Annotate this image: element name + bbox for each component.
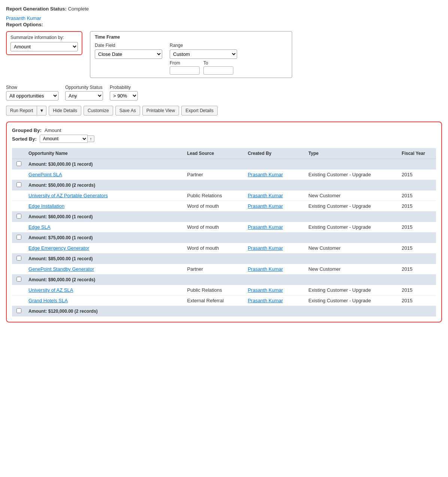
sort-by-select[interactable]: Amount Opportunity Name Close Date [40,135,88,143]
type-cell: New Customer [305,264,399,274]
checkbox-cell[interactable] [12,159,25,170]
from-group: From [170,60,200,75]
run-report-dropdown-button[interactable]: ▼ [37,106,46,116]
export-details-button[interactable]: Export Details [181,106,218,116]
created-by-cell: Prasanth Kumar [245,190,305,201]
probability-select[interactable]: > 90% > 75% > 50% = 100% [110,91,138,100]
row-checkbox[interactable] [16,235,21,240]
row-checkbox[interactable] [16,182,21,187]
row-checkbox[interactable] [16,214,21,219]
opp-name-link[interactable]: Edge Installation [28,203,64,209]
range-label: Range [170,43,237,48]
customize-button[interactable]: Customize [84,106,113,116]
opp-name-link[interactable]: Grand Hotels SLA [28,298,68,303]
created-by-link[interactable]: Prasanth Kumar [248,172,283,177]
checkbox-cell [12,190,25,201]
type-cell: Existing Customer - Upgrade [305,285,399,296]
col-header-fiscal: Fiscal Year [399,148,436,159]
status-label: Opportunity Status [65,85,103,90]
to-group: To [203,60,233,75]
show-select[interactable]: All opportunities Open opportunities Won… [6,91,58,100]
created-by-cell: Prasanth Kumar [245,285,305,296]
lead-source-cell: Word of mouth [184,201,245,212]
checkbox-cell[interactable] [12,306,25,317]
created-by-cell: Prasanth Kumar [245,296,305,306]
run-report-group: Run Report ▼ [6,106,46,116]
range-select[interactable]: Custom All Time This Month This Quarter … [170,50,237,59]
user-link[interactable]: Prasanth Kumar [6,15,442,21]
created-by-link[interactable]: Prasanth Kumar [248,193,283,198]
type-cell: New Customer [305,190,399,201]
timeframe-row: Date Field Close Date Created Date Range… [95,43,287,75]
created-by-link[interactable]: Prasanth Kumar [248,298,283,303]
show-filter: Show All opportunities Open opportunitie… [6,85,58,100]
status-value: Complete [68,6,89,12]
fiscal-year-cell: 2015 [399,264,436,274]
table-row: Edge Emergency Generator Word of mouth P… [12,243,436,254]
col-header-created: Created By [245,148,305,159]
created-by-link[interactable]: Prasanth Kumar [248,224,283,230]
run-report-button[interactable]: Run Report [6,106,37,116]
checkbox-cell[interactable] [12,274,25,285]
created-by-cell: Prasanth Kumar [245,243,305,254]
opp-name-link[interactable]: University of AZ Portable Generators [28,193,108,198]
fiscal-year-cell: 2015 [399,190,436,201]
amount-label: Amount: $50,000.00 (2 records) [25,180,436,191]
created-by-cell: Prasanth Kumar [245,222,305,232]
amount-row: Amount: $75,000.00 (1 record) [12,232,436,243]
status-select[interactable]: Any Open Closed Won Closed Lost [65,91,103,100]
type-cell: Existing Customer - Upgrade [305,296,399,306]
sorted-by-label: Sorted By: [12,136,37,142]
checkbox-cell[interactable] [12,180,25,191]
row-checkbox[interactable] [16,308,21,313]
summarize-select[interactable]: Amount Count Quantity [10,42,78,51]
created-by-link[interactable]: Prasanth Kumar [248,287,283,293]
created-by-link[interactable]: Prasanth Kumar [248,266,283,272]
table-row: Edge Installation Word of mouth Prasanth… [12,201,436,212]
col-header-check [12,148,25,159]
show-label: Show [6,85,58,90]
opp-name-link[interactable]: Edge SLA [28,224,51,230]
opp-name-cell: GenePoint Standby Generator [25,264,184,274]
type-cell: Existing Customer - Upgrade [305,201,399,212]
from-to-row: From To [170,60,237,75]
printable-view-button[interactable]: Printable View [142,106,179,116]
probability-filter: Probability > 90% > 75% > 50% = 100% [110,85,138,100]
opp-name-cell: Edge SLA [25,222,184,232]
col-header-lead: Lead Source [184,148,245,159]
date-field-select[interactable]: Close Date Created Date [95,50,162,59]
created-by-link[interactable]: Prasanth Kumar [248,245,283,251]
amount-label: Amount: $90,000.00 (2 records) [25,274,436,285]
col-header-opp: Opportunity Name [25,148,184,159]
sort-arrow-button[interactable]: ↑ [88,135,95,142]
lead-source-cell: Public Relations [184,190,245,201]
row-checkbox[interactable] [16,277,21,282]
opp-name-link[interactable]: Edge Emergency Generator [28,245,89,251]
checkbox-cell[interactable] [12,212,25,222]
save-as-button[interactable]: Save As [115,106,140,116]
row-checkbox[interactable] [16,256,21,261]
opp-name-link[interactable]: University of AZ SLA [28,287,73,293]
opp-name-link[interactable]: GenePoint SLA [28,172,62,177]
table-row: Edge SLA Word of mouth Prasanth Kumar Ex… [12,222,436,232]
amount-label: Amount: $75,000.00 (1 record) [25,232,436,243]
filters-row: Show All opportunities Open opportunitie… [6,85,442,100]
row-checkbox[interactable] [16,161,21,166]
amount-row: Amount: $50,000.00 (2 records) [12,180,436,191]
to-input[interactable] [203,66,233,75]
from-input[interactable] [170,66,200,75]
checkbox-cell[interactable] [12,254,25,264]
table-row: University of AZ SLA Public Relations Pr… [12,285,436,296]
created-by-link[interactable]: Prasanth Kumar [248,203,283,209]
lead-source-cell: Word of mouth [184,222,245,232]
checkbox-cell [12,170,25,180]
opp-name-cell: Edge Emergency Generator [25,243,184,254]
type-cell: Existing Customer - Upgrade [305,222,399,232]
table-row: Grand Hotels SLA External Referral Prasa… [12,296,436,306]
checkbox-cell [12,285,25,296]
grouped-by-label: Grouped By: [12,128,42,133]
opp-name-link[interactable]: GenePoint Standby Generator [28,266,94,272]
table-row: GenePoint Standby Generator Partner Pras… [12,264,436,274]
hide-details-button[interactable]: Hide Details [49,106,81,116]
checkbox-cell[interactable] [12,232,25,243]
